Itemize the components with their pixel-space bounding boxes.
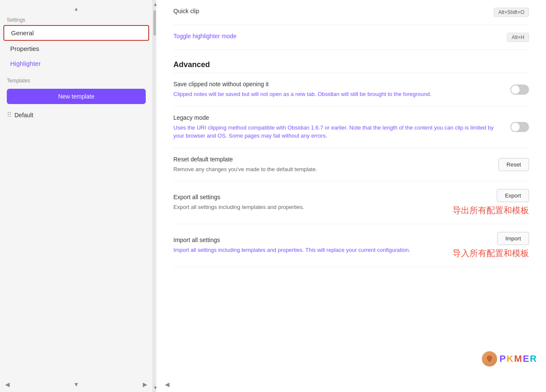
import-settings-desc: Import all settings including templates … [173, 246, 442, 254]
save-clipped-toggle[interactable] [510, 85, 529, 95]
pkmer-watermark: PKMER [482, 351, 538, 367]
sidebar-down-arrow[interactable]: ▼ [74, 381, 79, 388]
reset-template-row: Reset default template Remove any change… [173, 148, 529, 182]
sidebar: ▲ Settings General Properties Highlighte… [0, 0, 153, 392]
toggle-highlighter-shortcut: Alt+H [507, 33, 529, 42]
legacy-mode-title: Legacy mode [173, 114, 500, 121]
default-template-item[interactable]: ⠿ Default [0, 107, 153, 122]
sidebar-right-arrow[interactable]: ▶ [143, 381, 147, 388]
import-settings-title: Import all settings [173, 237, 442, 243]
templates-section: Templates New template ⠿ Default [0, 74, 153, 122]
reset-template-title: Reset default template [173, 156, 488, 163]
export-settings-title: Export all settings [173, 194, 442, 200]
legacy-mode-toggle[interactable] [510, 122, 529, 132]
export-settings-row: Export all settings Export all settings … [173, 181, 529, 224]
advanced-heading: Advanced [173, 60, 529, 69]
sidebar-item-general[interactable]: General [3, 25, 149, 41]
import-chinese-annotation: 导入所有配置和模板 [453, 248, 529, 259]
sidebar-scroll-up[interactable]: ▲ [0, 4, 153, 14]
toggle-highlighter-title: Toggle highlighter mode [173, 33, 497, 39]
scrollbar-thumb[interactable] [153, 10, 156, 36]
save-clipped-title: Save clipped note without opening it [173, 81, 500, 87]
pkmer-logo-icon [482, 351, 497, 367]
import-settings-row: Import all settings Import all settings … [173, 224, 529, 267]
quick-clip-shortcut: Alt+Shift+O [494, 8, 529, 17]
import-button[interactable]: Import [497, 232, 529, 245]
export-button[interactable]: Export [497, 189, 529, 202]
reset-template-desc: Remove any changes you've made to the de… [173, 165, 488, 174]
main-left-arrow[interactable]: ◀ [165, 381, 170, 388]
legacy-mode-desc: Uses the URI clipping method compatible … [173, 124, 500, 140]
export-settings-desc: Export all settings including templates … [173, 203, 442, 212]
scrollbar-up-arrow[interactable]: ▲ [153, 0, 156, 8]
reset-button[interactable]: Reset [498, 158, 529, 171]
scrollbar-down-arrow[interactable]: ▼ [153, 384, 156, 392]
toggle-highlighter-row: Toggle highlighter mode Alt+H [173, 25, 529, 50]
templates-section-label: Templates [0, 74, 153, 85]
sidebar-scrollbar[interactable]: ▲ ▼ [153, 0, 156, 392]
save-clipped-desc: Clipped notes will be saved but will not… [173, 90, 500, 99]
save-clipped-row: Save clipped note without opening it Cli… [173, 73, 529, 107]
main-content: Quick clip Alt+Shift+O Toggle highlighte… [156, 0, 546, 392]
export-chinese-annotation: 导出所有配置和模板 [453, 205, 529, 216]
settings-section-label: Settings [0, 14, 153, 25]
pkmer-brand-text: PKMER [500, 353, 538, 364]
sidebar-left-arrow[interactable]: ◀ [5, 381, 10, 388]
new-template-button[interactable]: New template [7, 89, 146, 104]
sidebar-item-highlighter[interactable]: Highlighter [3, 56, 149, 71]
legacy-mode-row: Legacy mode Uses the URI clipping method… [173, 107, 529, 148]
quick-clip-title: Quick clip [173, 8, 484, 14]
sidebar-item-properties[interactable]: Properties [3, 42, 149, 56]
drag-handle-icon: ⠿ [7, 111, 11, 119]
quick-clip-row: Quick clip Alt+Shift+O [173, 0, 529, 25]
